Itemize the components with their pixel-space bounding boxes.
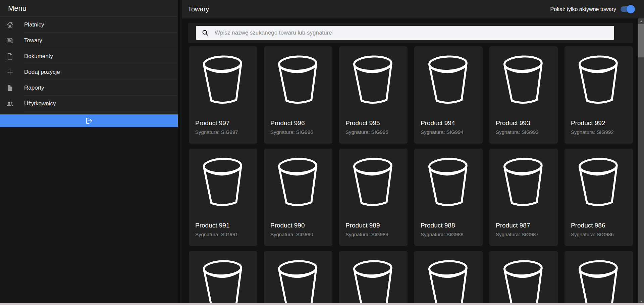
bucket-image	[349, 257, 398, 305]
bucket-image	[424, 155, 473, 211]
bucket-image	[199, 155, 248, 211]
product-signature: Sygnatura: SIG993	[496, 129, 554, 136]
product-card[interactable]: Product 987 Sygnatura: SIG987	[489, 149, 558, 246]
product-card[interactable]: Product 991 Sygnatura: SIG991	[189, 149, 257, 246]
sidebar: Menu Płatnicy Towary Dokumenty Dodaj poz…	[0, 0, 182, 305]
product-signature: Sygnatura: SIG986	[571, 231, 629, 238]
report-icon	[6, 84, 14, 92]
bucket-image	[199, 257, 248, 305]
app-root: Menu Płatnicy Towary Dokumenty Dodaj poz…	[0, 0, 644, 305]
product-card[interactable]: Product 997 Sygnatura: SIG997	[189, 46, 257, 144]
product-card[interactable]: Product 986 Sygnatura: SIG986	[565, 149, 633, 246]
sidebar-menu-block: Menu Płatnicy Towary Dokumenty Dodaj poz…	[0, 0, 178, 127]
users-icon	[6, 100, 14, 108]
product-card[interactable]	[189, 251, 257, 305]
product-card[interactable]: Product 992 Sygnatura: SIG992	[565, 46, 633, 144]
scrollbar-down-arrow-icon[interactable]	[638, 301, 644, 302]
bucket-image	[574, 52, 623, 109]
bucket-image	[349, 52, 398, 109]
bucket-image	[274, 155, 323, 211]
active-toggle-switch[interactable]	[621, 5, 635, 13]
product-name: Product 989	[345, 221, 404, 230]
product-name: Product 996	[270, 119, 328, 127]
product-name: Product 988	[421, 221, 479, 230]
bucket-image	[499, 257, 548, 305]
product-signature: Sygnatura: SIG997	[195, 129, 253, 136]
product-card[interactable]: Product 993 Sygnatura: SIG993	[489, 46, 558, 144]
product-name: Product 986	[571, 221, 629, 230]
sidebar-item-dodaj-pozycje[interactable]: Dodaj pozycje	[0, 64, 178, 80]
sidebar-menu: Płatnicy Towary Dokumenty Dodaj pozycje …	[0, 17, 178, 111]
product-name: Product 995	[345, 119, 404, 127]
sidebar-item-platnicy[interactable]: Płatnicy	[0, 17, 178, 33]
bucket-image	[199, 52, 248, 109]
search-icon	[202, 29, 209, 37]
bucket-image	[424, 257, 473, 305]
sidebar-panel: Menu Płatnicy Towary Dokumenty Dodaj poz…	[0, 0, 180, 305]
product-signature: Sygnatura: SIG990	[270, 231, 328, 238]
content-area: Product 997 Sygnatura: SIG997 Product 99…	[182, 18, 644, 305]
product-grid: Product 997 Sygnatura: SIG997 Product 99…	[189, 46, 635, 305]
search-input[interactable]	[214, 29, 610, 37]
product-card[interactable]: Product 995 Sygnatura: SIG995	[339, 46, 408, 144]
newspaper-icon	[6, 37, 14, 45]
bucket-image	[274, 52, 323, 109]
sidebar-item-dokumenty[interactable]: Dokumenty	[0, 48, 178, 64]
product-card[interactable]	[264, 251, 332, 305]
main-header: Towary Pokaż tylko aktywne towary	[182, 0, 644, 18]
product-card[interactable]: Product 996 Sygnatura: SIG996	[264, 46, 332, 144]
sidebar-item-uzytkownicy[interactable]: Użytkownicy	[0, 96, 178, 111]
product-name: Product 992	[571, 119, 629, 127]
product-name: Product 987	[496, 221, 554, 230]
product-signature: Sygnatura: SIG989	[345, 231, 404, 238]
product-signature: Sygnatura: SIG987	[496, 231, 554, 238]
product-name: Product 991	[195, 221, 253, 230]
product-card[interactable]	[489, 251, 558, 305]
product-signature: Sygnatura: SIG994	[421, 129, 479, 136]
bucket-image	[424, 52, 473, 109]
product-card[interactable]: Product 989 Sygnatura: SIG989	[339, 149, 408, 246]
product-signature: Sygnatura: SIG992	[571, 129, 629, 136]
product-signature: Sygnatura: SIG991	[195, 231, 253, 238]
bucket-image	[349, 155, 398, 211]
toggle-thumb	[627, 5, 635, 13]
vertical-scrollbar-thumb[interactable]	[638, 24, 644, 57]
product-card[interactable]: Product 988 Sygnatura: SIG988	[414, 149, 483, 246]
product-signature: Sygnatura: SIG995	[345, 129, 404, 136]
vertical-scrollbar[interactable]	[638, 18, 644, 305]
product-signature: Sygnatura: SIG988	[421, 231, 479, 238]
scrollbar-up-arrow-icon[interactable]	[638, 20, 644, 22]
search-strip	[188, 23, 633, 43]
plus-icon	[6, 68, 14, 76]
product-name: Product 993	[496, 119, 554, 127]
active-toggle-label: Pokaż tylko aktywne towary	[550, 6, 616, 12]
product-card[interactable]	[339, 251, 408, 305]
logout-button[interactable]	[0, 114, 178, 127]
bucket-image	[574, 155, 623, 211]
page-title: Towary	[188, 5, 209, 13]
product-card[interactable]: Product 990 Sygnatura: SIG990	[264, 149, 332, 246]
main-area: Towary Pokaż tylko aktywne towary	[182, 0, 644, 305]
horizontal-scrollbar[interactable]	[0, 303, 644, 305]
logout-icon	[85, 116, 93, 125]
home-icon	[6, 21, 14, 29]
search-box[interactable]	[196, 26, 614, 40]
sidebar-title: Menu	[0, 0, 178, 17]
sidebar-item-towary[interactable]: Towary	[0, 33, 178, 48]
bucket-image	[499, 52, 548, 109]
bucket-image	[574, 257, 623, 305]
bucket-image	[274, 257, 323, 305]
product-card[interactable]: Product 994 Sygnatura: SIG994	[414, 46, 483, 144]
product-name: Product 994	[421, 119, 479, 127]
product-name: Product 997	[195, 119, 253, 127]
sidebar-item-raporty[interactable]: Raporty	[0, 80, 178, 96]
bucket-image	[499, 155, 548, 211]
product-card[interactable]	[414, 251, 483, 305]
active-filter-toggle-group: Pokaż tylko aktywne towary	[550, 5, 635, 13]
product-card[interactable]	[565, 251, 633, 305]
document-icon	[6, 52, 14, 60]
product-signature: Sygnatura: SIG996	[270, 129, 328, 136]
product-name: Product 990	[270, 221, 328, 230]
